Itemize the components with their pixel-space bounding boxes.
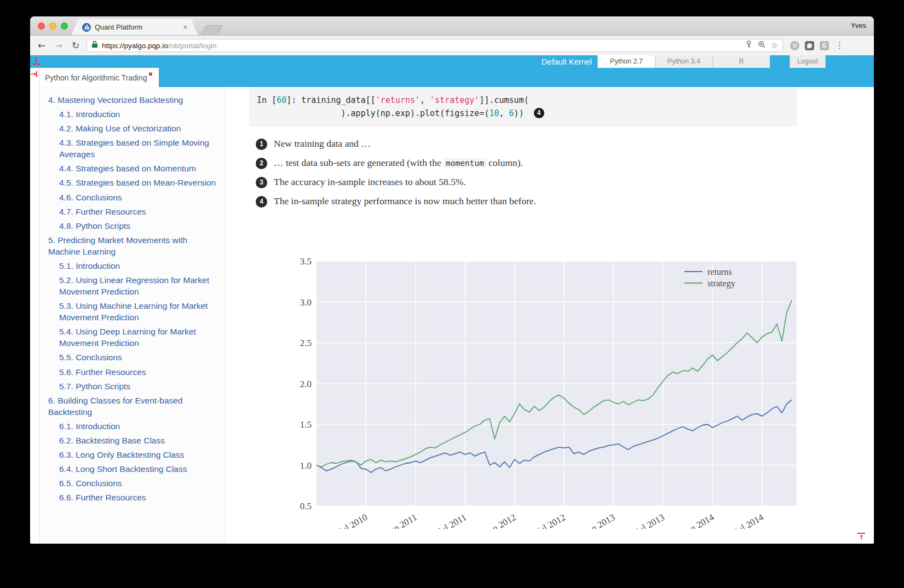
- callout-text: … test data sub-sets are generated (with…: [274, 157, 523, 169]
- sidebar-item[interactable]: 6.6. Further Resources: [48, 492, 221, 503]
- sidebar-item[interactable]: 4.8. Python Scripts: [48, 220, 221, 232]
- close-window-button[interactable]: [38, 22, 45, 30]
- sidebar-item[interactable]: 6.4. Long Short Backtesting Class: [48, 463, 221, 475]
- notebook-main: In [60]: training_data[['returns', 'stra…: [224, 87, 874, 544]
- zoom-window-button[interactable]: [61, 22, 68, 30]
- y-tick-label: 0.5: [300, 501, 312, 511]
- code-cell: In [60]: training_data[['returns', 'stra…: [249, 88, 797, 126]
- sidebar-item[interactable]: 4.3. Strategies based on Simple Moving A…: [48, 137, 221, 160]
- sidebar-item[interactable]: 4.2. Making Use of Vectorization: [48, 123, 221, 134]
- extension-u-icon[interactable]: U: [790, 41, 799, 50]
- notebook-tab-strip: → Python for Algorithmic Trading ✖: [30, 68, 874, 87]
- extension-g-icon[interactable]: G: [820, 41, 829, 50]
- y-tick-label: 1.5: [300, 419, 312, 430]
- callout-number-badge: 3: [256, 177, 267, 188]
- callout-item: 3The accuracy in-sample increases to abo…: [256, 176, 874, 188]
- notebook-tab[interactable]: Python for Algorithmic Trading ✖: [39, 68, 159, 87]
- callout-marker-badge: 4: [534, 108, 544, 118]
- logout-button[interactable]: Logout: [790, 55, 826, 68]
- sidebar-item[interactable]: 5.2. Using Linear Regression for Market …: [48, 274, 221, 297]
- legend-label: returns: [707, 267, 732, 276]
- sidebar-item[interactable]: 6.3. Long Only Backtesting Class: [48, 449, 221, 460]
- browser-tab-title: Quant Platform: [95, 23, 179, 31]
- callout-item: 2… test data sub-sets are generated (wit…: [256, 157, 874, 169]
- code-line: ).apply(np.exp).plot(figsize=(10, 6))4: [257, 107, 789, 120]
- titlebar: Quant Platform × Yves: [30, 16, 874, 36]
- code-line: In [60]: training_data[['returns', 'stra…: [257, 94, 789, 107]
- callout-text: The in-sample strategy performance is no…: [274, 195, 536, 207]
- lock-icon: [91, 41, 98, 50]
- sidebar-item[interactable]: 4.5. Strategies based on Mean-Reversion: [48, 177, 221, 188]
- callout-number-badge: 1: [256, 139, 267, 150]
- sidebar-item[interactable]: 5.1. Introduction: [48, 260, 221, 272]
- kernel-bar: ↓ Default Kernel Python 2.7Python 3.4R L…: [30, 55, 874, 68]
- extension-icons: U G ⋮: [790, 41, 844, 50]
- sidebar-item[interactable]: 5. Predicting Market Movements with Mach…: [48, 234, 221, 257]
- sidebar-item[interactable]: 5.3. Using Machine Learning for Market M…: [48, 300, 221, 323]
- quant-platform-favicon: [82, 23, 91, 32]
- traffic-lights: [38, 22, 68, 30]
- url-path: /nb/portal/login: [168, 42, 217, 50]
- scroll-to-top-icon[interactable]: ↑: [857, 533, 865, 541]
- callout-item: 4The in-sample strategy performance is n…: [256, 195, 874, 207]
- returns-strategy-chart: 0.51.01.52.02.53.03.5Jul 2010Jan 2011Jul…: [296, 240, 799, 529]
- content-area: 4. Mastering Vectorized Backtesting4.1. …: [30, 87, 874, 544]
- back-icon[interactable]: ←: [36, 40, 48, 51]
- browser-menu-icon[interactable]: ⋮: [836, 41, 844, 50]
- minimize-window-button[interactable]: [49, 22, 56, 30]
- close-tab-icon[interactable]: ×: [183, 23, 187, 31]
- sidebar-item[interactable]: 4.1. Introduction: [48, 108, 221, 120]
- y-tick-label: 2.5: [300, 338, 312, 348]
- kernel-button-r[interactable]: R: [712, 55, 770, 68]
- browser-tab[interactable]: Quant Platform ×: [71, 19, 198, 35]
- sidebar-item[interactable]: 5.6. Further Resources: [48, 366, 221, 378]
- sidebar-item[interactable]: 4.4. Strategies based on Momentum: [48, 163, 221, 174]
- new-tab-button[interactable]: [201, 25, 223, 35]
- download-icon[interactable]: ↓: [33, 56, 41, 65]
- callout-text: The accuracy in-sample increases to abou…: [274, 176, 466, 188]
- legend-label: strategy: [707, 279, 735, 289]
- toc-sidebar: 4. Mastering Vectorized Backtesting4.1. …: [39, 87, 224, 544]
- url-host: https://pyalgo.pqp.io: [102, 42, 168, 50]
- collapse-sidebar-icon[interactable]: →: [31, 70, 37, 78]
- chart-figure: 0.51.01.52.02.53.03.5Jul 2010Jan 2011Jul…: [296, 240, 799, 529]
- sidebar-item[interactable]: 4. Mastering Vectorized Backtesting: [48, 94, 221, 106]
- sidebar-item[interactable]: 5.5. Conclusions: [48, 351, 221, 363]
- callout-list: 1New training data and …2… test data sub…: [256, 138, 874, 207]
- callout-number-badge: 4: [256, 196, 267, 207]
- bookmark-star-icon[interactable]: ☆: [771, 41, 778, 50]
- sidebar-item[interactable]: 5.4. Using Deep Learning for Market Move…: [48, 326, 221, 349]
- sidebar-item[interactable]: 6. Building Classes for Event-based Back…: [48, 395, 221, 418]
- url-text[interactable]: https://pyalgo.pqp.io/nb/portal/login: [102, 42, 741, 50]
- y-tick-label: 1.0: [300, 460, 312, 471]
- sidebar-item[interactable]: 6.1. Introduction: [48, 420, 221, 432]
- y-tick-label: 3.0: [300, 297, 312, 308]
- sidebar-item[interactable]: 4.6. Conclusions: [48, 192, 221, 203]
- sidebar-item[interactable]: 5.7. Python Scripts: [48, 381, 221, 392]
- inline-code: momentum: [444, 158, 486, 168]
- key-icon[interactable]: [745, 41, 752, 50]
- table-of-contents: 4. Mastering Vectorized Backtesting4.1. …: [48, 94, 221, 503]
- sidebar-item[interactable]: 6.5. Conclusions: [48, 477, 221, 489]
- y-tick-label: 2.0: [300, 379, 312, 389]
- kernel-buttons: Python 2.7Python 3.4R: [597, 55, 770, 68]
- forward-icon: →: [53, 40, 65, 51]
- kernel-button-python-3-4[interactable]: Python 3.4: [655, 55, 712, 68]
- y-tick-label: 3.5: [300, 256, 312, 267]
- extension-dark-icon[interactable]: [805, 41, 814, 50]
- browser-window: Quant Platform × Yves ← → ↻ https://pyal…: [30, 16, 874, 544]
- address-bar-icons: ☆: [745, 41, 778, 50]
- sidebar-item[interactable]: 6.2. Backtesting Base Class: [48, 435, 221, 446]
- default-kernel-label: Default Kernel: [542, 57, 592, 66]
- browser-toolbar: ← → ↻ https://pyalgo.pqp.io/nb/portal/lo…: [30, 36, 874, 55]
- address-bar[interactable]: https://pyalgo.pqp.io/nb/portal/login ☆: [87, 39, 783, 52]
- notebook-tab-close-icon[interactable]: ✖: [148, 71, 153, 77]
- zoom-icon[interactable]: [758, 41, 765, 50]
- callout-item: 1New training data and …: [256, 138, 874, 150]
- user-label: Yves: [851, 21, 866, 30]
- callout-text: New training data and …: [274, 138, 371, 150]
- kernel-button-python-2-7[interactable]: Python 2.7: [597, 55, 655, 68]
- sidebar-collapse-strip: →: [30, 68, 39, 87]
- sidebar-item[interactable]: 4.7. Further Resources: [48, 206, 221, 217]
- reload-icon[interactable]: ↻: [70, 40, 82, 51]
